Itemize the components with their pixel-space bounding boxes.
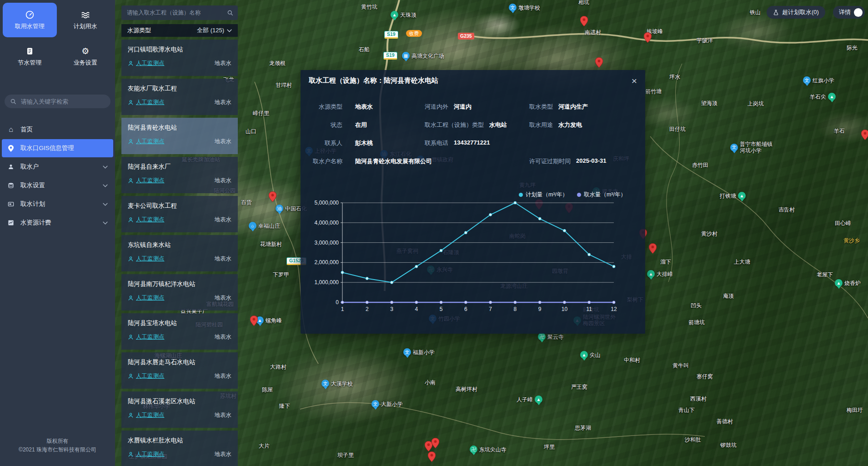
map-place-label: 上岗坑 (748, 100, 764, 107)
water-source-type: 地表水 (215, 216, 232, 224)
map-label: 打铁塘 (720, 193, 736, 199)
station-name: 陆河县激石溪老区水电站 (128, 397, 231, 406)
field-label: 取水工程（设施）类型 (425, 121, 484, 129)
water-source-type: 地表水 (215, 60, 232, 67)
map-label: 际光 (847, 45, 858, 51)
map-label: 相坑 (578, 0, 589, 5)
green-poi-icon: ▲ (535, 396, 542, 403)
person-icon (128, 334, 134, 340)
module-gear[interactable]: ⚙业务设置 (59, 39, 113, 74)
station-pin-icon[interactable] (250, 316, 258, 326)
station-item[interactable]: 陆河县青砼水电站人工监测点地表水 (121, 118, 238, 154)
station-item[interactable]: 陆河县水唇走马石水电站人工监测点地表水 (121, 352, 238, 389)
station-item[interactable]: 河口镇唱歌潭水电站人工监测点地表水 (121, 40, 238, 76)
field-value: 地表水 (355, 103, 373, 111)
station-pin-icon[interactable] (431, 438, 439, 448)
sidebar-item-db[interactable]: 取水设置 (2, 176, 113, 195)
sidebar-item-pin[interactable]: 取水口GIS信息管理 (2, 139, 113, 157)
station-item[interactable]: 友能水厂取水工程人工监测点地表水 (121, 79, 238, 115)
map-place-label: 大路村 (270, 364, 286, 370)
module-waves[interactable]: 计划用水 (59, 3, 113, 37)
map-place-label: 沙和肚 (685, 436, 701, 443)
monitor-type-tag: 人工监测点 (128, 60, 165, 67)
map-label: 大溪学校 (331, 381, 353, 387)
close-icon[interactable]: × (632, 76, 637, 85)
map-label: 黄沙村 (701, 230, 717, 237)
module-doc[interactable]: 节水管理 (3, 39, 57, 74)
blue-poi-icon: ⌂ (249, 222, 256, 230)
map-label: 高树坪村 (456, 386, 477, 392)
sidebar-item-home[interactable]: ⌂首页 (2, 120, 113, 139)
map-place-label: 羊石 (834, 128, 845, 134)
module-meter[interactable]: 取用水管理 (3, 3, 57, 37)
field-value: 水电站 (489, 121, 507, 129)
toggle-knob[interactable] (854, 8, 863, 17)
map-place-label: 坪里 (544, 444, 555, 450)
map-place-label: 中和村 (624, 357, 640, 363)
map-place-label: 黄沙乡 (843, 237, 860, 244)
green-poi-icon: ▲ (738, 192, 746, 200)
blue-poi-icon: 文 (321, 380, 329, 387)
svg-text:3,000,000: 3,000,000 (315, 240, 339, 246)
search-icon (10, 98, 16, 105)
map-label: 寨仔窝 (697, 373, 713, 380)
station-name: 陆河县自来水厂 (128, 163, 231, 171)
station-item[interactable]: 陆河县南万镇杞洋水电站人工监测点地表水 (121, 274, 238, 311)
station-pin-icon[interactable] (269, 191, 276, 202)
map-label: 箭竹塘 (645, 88, 662, 95)
station-item[interactable]: 麦卡公司取水工程人工监测点地表水 (121, 196, 238, 232)
map-poi: 文大溪学校 (321, 380, 353, 387)
station-pin-icon[interactable] (644, 32, 652, 43)
field-label: 水源类型 (301, 103, 342, 111)
map-poi: 卍东坑尖山寺 (470, 446, 507, 453)
sidebar-menu: ⌂首页取水口GIS信息管理取水户取水设置取水计划水资源计费 (0, 120, 115, 232)
station-search[interactable] (121, 5, 238, 20)
svg-text:8: 8 (514, 306, 517, 312)
station-item[interactable]: 陆河县宝塔水电站人工监测点地表水 (121, 313, 238, 350)
map-place-label: 石船 (359, 46, 370, 53)
map-label: 南进村 (585, 29, 601, 35)
sidebar-item-card[interactable]: 取水计划 (2, 195, 113, 213)
station-pin-icon[interactable] (428, 451, 436, 462)
map-poi: 文普宁市船埔镇 河坑小学 (730, 141, 773, 154)
station-item[interactable]: 水唇镇水栏肚水电站人工监测点地表水 (121, 431, 238, 466)
station-item[interactable]: 陆河县激石溪老区水电站人工监测点地表水 (121, 391, 238, 428)
map-label: 思茅湖 (575, 425, 591, 431)
map-label: 龙颈根 (269, 60, 286, 66)
road-marker: 收费 (406, 30, 422, 37)
blue-poi-icon: 文 (371, 400, 379, 408)
station-pin-icon[interactable] (649, 243, 657, 254)
monitor-type-tag: 人工监测点 (128, 294, 165, 302)
station-search-input[interactable] (126, 9, 227, 16)
station-pin-icon[interactable] (861, 130, 868, 140)
map-label: 黄沙乡 (843, 237, 860, 244)
map-label: 田仔坑 (669, 126, 686, 132)
sidebar-item-user[interactable]: 取水户 (2, 158, 113, 176)
map-poi: 打铁塘▲ (720, 192, 746, 200)
svg-text:12: 12 (611, 306, 617, 312)
monitor-type-tag: 人工监测点 (128, 372, 165, 380)
sidebar-item-chart[interactable]: 水资源计费 (2, 214, 113, 232)
station-name: 东坑镇自来水站 (128, 241, 231, 249)
map-label: 吉告村 (778, 206, 795, 213)
field-label: 许可证过期时间 (529, 157, 571, 165)
station-pin-icon[interactable] (580, 16, 588, 26)
station-item[interactable]: 陆河县自来水厂人工监测点地表水 (121, 157, 238, 193)
monitor-type-tag: 人工监测点 (128, 451, 165, 458)
over-plan-intake-button[interactable]: 超计划取水(0) (767, 6, 825, 19)
station-pin-icon[interactable] (595, 57, 603, 68)
map-place-label: 善德村 (717, 418, 733, 425)
monitor-type-tag: 人工监测点 (128, 99, 165, 106)
meter-icon (25, 10, 35, 20)
search-icon[interactable] (227, 10, 233, 16)
map-place-label: 田仔坑 (669, 126, 686, 132)
detail-toggle[interactable]: 详情 (833, 6, 865, 19)
keyword-search-input[interactable] (20, 98, 105, 105)
filter-dropdown[interactable]: 全部 (125) (197, 26, 232, 35)
station-item[interactable]: 东坑镇自来水站人工监测点地表水 (121, 235, 238, 271)
chevron-down-icon (103, 184, 108, 187)
person-icon (128, 295, 134, 301)
keyword-search[interactable] (5, 95, 110, 108)
station-name: 麦卡公司取水工程 (128, 202, 231, 210)
detail-label: 详情 (839, 8, 851, 16)
